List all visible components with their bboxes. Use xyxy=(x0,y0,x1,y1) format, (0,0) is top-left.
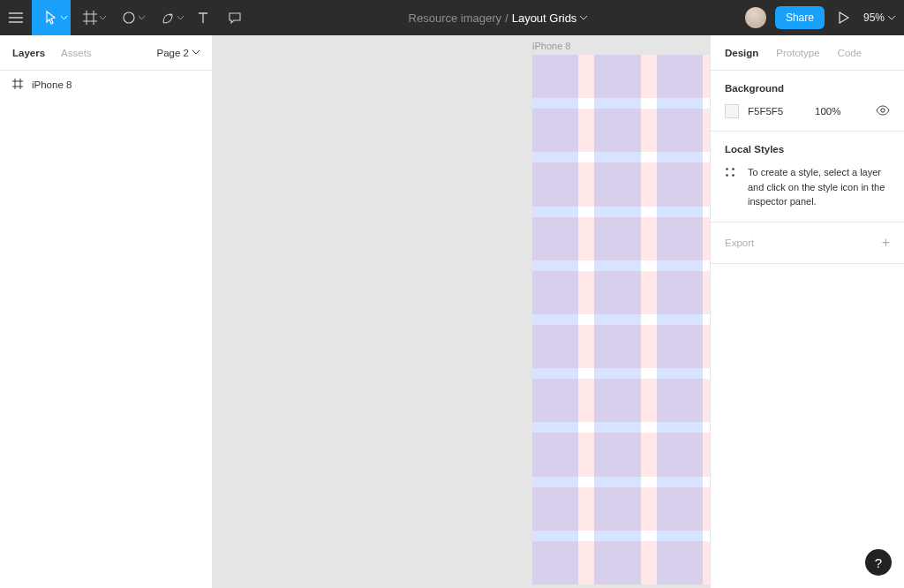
pen-tool[interactable] xyxy=(148,0,187,35)
toolbar: Resource imagery / Layout Grids Share 95… xyxy=(0,0,904,35)
export-panel[interactable]: Export + xyxy=(711,222,904,264)
background-swatch[interactable] xyxy=(725,104,739,118)
local-styles-panel: Local Styles To create a style, select a… xyxy=(711,132,904,222)
chevron-down-icon xyxy=(192,50,200,55)
move-tool[interactable] xyxy=(32,0,71,35)
frame-tool[interactable] xyxy=(71,0,109,35)
background-hex[interactable]: F5F5F5 xyxy=(748,106,794,117)
left-panel: Layers Assets Page 2 iPhone 8 xyxy=(0,35,213,588)
shape-tool[interactable] xyxy=(109,0,148,35)
plus-icon[interactable]: + xyxy=(882,235,890,251)
svg-point-5 xyxy=(726,174,728,177)
layer-row[interactable]: iPhone 8 xyxy=(0,71,212,99)
column-grid-overlay xyxy=(532,55,710,584)
left-panel-header: Layers Assets Page 2 xyxy=(0,35,212,71)
tab-prototype[interactable]: Prototype xyxy=(776,48,819,58)
page-name: Page 2 xyxy=(157,48,189,58)
help-button[interactable]: ? xyxy=(865,549,892,576)
comment-tool[interactable] xyxy=(219,0,251,35)
right-panel-header: Design Prototype Code xyxy=(711,35,904,71)
svg-point-4 xyxy=(732,168,734,170)
chevron-down-icon xyxy=(580,16,587,20)
text-tool[interactable] xyxy=(187,0,219,35)
svg-point-1 xyxy=(170,14,171,16)
zoom-level[interactable]: 95% xyxy=(863,11,895,24)
file-name: Layout Grids xyxy=(512,11,577,25)
project-name: Resource imagery xyxy=(409,11,502,25)
tab-layers[interactable]: Layers xyxy=(12,48,45,58)
chevron-down-icon xyxy=(888,16,895,20)
share-button[interactable]: Share xyxy=(775,6,825,29)
background-opacity[interactable]: 100% xyxy=(815,106,840,117)
right-panel: Design Prototype Code Background F5F5F5 … xyxy=(710,35,904,588)
frame-title[interactable]: iPhone 8 xyxy=(532,41,570,51)
hamburger-menu-icon[interactable] xyxy=(0,0,32,35)
svg-point-3 xyxy=(726,168,728,170)
tab-assets[interactable]: Assets xyxy=(61,48,92,58)
avatar[interactable] xyxy=(745,7,766,28)
tab-code[interactable]: Code xyxy=(838,48,863,58)
local-styles-title: Local Styles xyxy=(725,144,890,155)
visibility-toggle-icon[interactable] xyxy=(876,105,890,117)
page-selector[interactable]: Page 2 xyxy=(157,48,200,58)
breadcrumb-separator: / xyxy=(505,11,508,25)
background-title: Background xyxy=(725,83,890,94)
breadcrumb[interactable]: Resource imagery / Layout Grids xyxy=(251,11,745,25)
export-title: Export xyxy=(725,237,754,248)
svg-point-0 xyxy=(124,12,134,23)
svg-point-2 xyxy=(881,109,885,112)
background-panel: Background F5F5F5 100% xyxy=(711,71,904,132)
frame-icon xyxy=(12,79,23,91)
present-icon[interactable] xyxy=(833,0,855,35)
styles-icon xyxy=(725,167,737,209)
tab-design[interactable]: Design xyxy=(725,48,758,58)
layer-label: iPhone 8 xyxy=(32,79,72,90)
frame-iphone8[interactable] xyxy=(532,55,710,584)
local-styles-hint: To create a style, select a layer and cl… xyxy=(748,165,890,209)
svg-point-6 xyxy=(732,174,734,177)
canvas[interactable]: iPhone 8 xyxy=(213,35,710,588)
zoom-value: 95% xyxy=(863,11,885,24)
